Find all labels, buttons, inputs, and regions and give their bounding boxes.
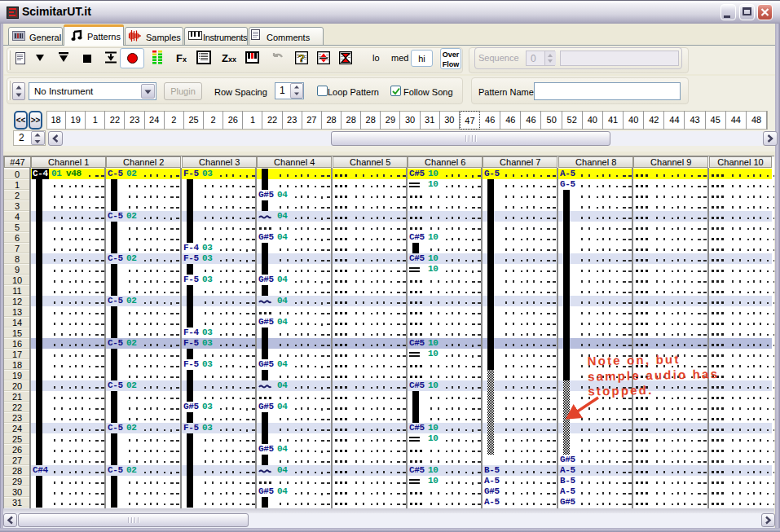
svg-text:?: ? [298,52,305,64]
